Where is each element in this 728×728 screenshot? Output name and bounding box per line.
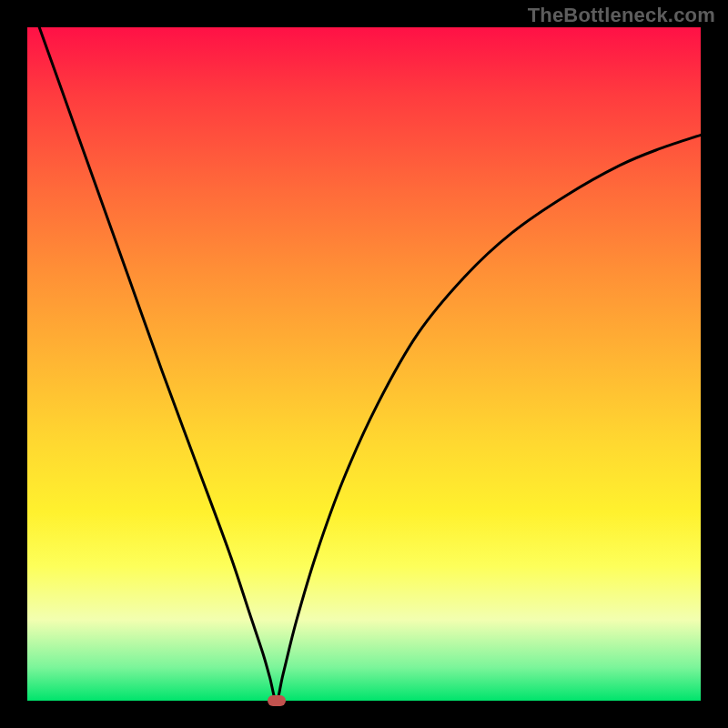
min-marker (268, 695, 286, 706)
bottleneck-curve (27, 0, 701, 701)
curve-svg (27, 27, 701, 701)
plot-area (27, 27, 701, 701)
chart-frame: TheBottleneck.com (0, 0, 728, 728)
watermark-text: TheBottleneck.com (528, 4, 715, 27)
